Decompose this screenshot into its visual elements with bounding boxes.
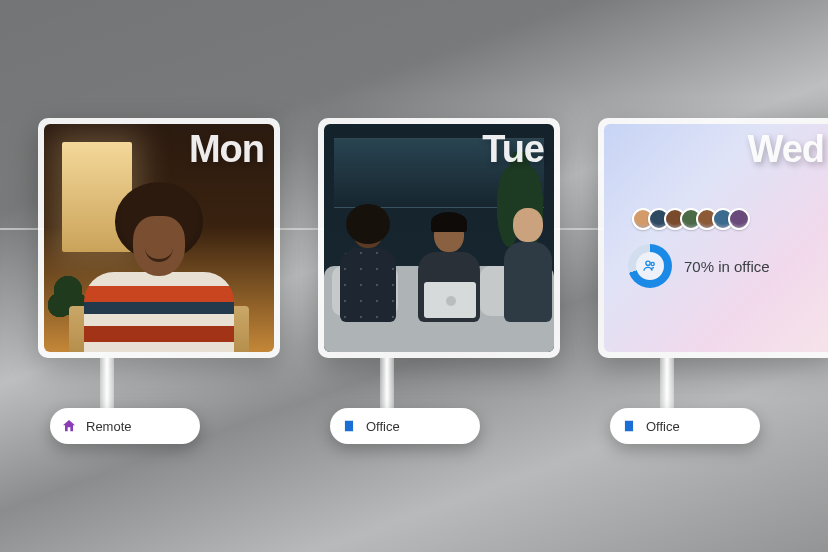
progress-donut (628, 244, 672, 288)
location-pill[interactable]: Remote (50, 408, 200, 444)
stats-row: 70% in office (628, 244, 770, 288)
person-illustration (504, 208, 552, 322)
location-pill[interactable]: Office (610, 408, 760, 444)
card-scene-stats: 70% in office Wed (604, 124, 828, 352)
day-card-mon[interactable]: Mon Remote (38, 118, 280, 358)
card-frame: Tue (318, 118, 560, 358)
stat-text: 70% in office (684, 258, 770, 275)
person-illustration (340, 204, 396, 322)
location-label: Office (366, 419, 400, 434)
day-label: Tue (482, 128, 544, 171)
card-frame: 70% in office Wed (598, 118, 828, 358)
home-icon (60, 417, 78, 435)
svg-point-0 (646, 261, 650, 265)
avatar-stack (632, 208, 750, 230)
location-pill[interactable]: Office (330, 408, 480, 444)
location-label: Office (646, 419, 680, 434)
card-scene-remote: Mon (44, 124, 274, 352)
avatar (728, 208, 750, 230)
connector-stem (660, 358, 674, 412)
connector-stem (380, 358, 394, 412)
card-frame: Mon (38, 118, 280, 358)
building-icon (340, 417, 358, 435)
day-label: Wed (747, 128, 824, 171)
day-label: Mon (189, 128, 264, 171)
card-scene-office: Tue (324, 124, 554, 352)
building-icon (620, 417, 638, 435)
day-card-wed[interactable]: 70% in office Wed Office (598, 118, 828, 358)
day-card-tue[interactable]: Tue Office (318, 118, 560, 358)
laptop-icon (424, 282, 476, 318)
person-illustration (84, 182, 234, 352)
people-icon (642, 258, 658, 274)
location-label: Remote (86, 419, 132, 434)
person-illustration (418, 212, 480, 322)
connector-stem (100, 358, 114, 412)
svg-point-1 (651, 262, 654, 265)
day-cards-row: Mon Remote (38, 118, 828, 358)
